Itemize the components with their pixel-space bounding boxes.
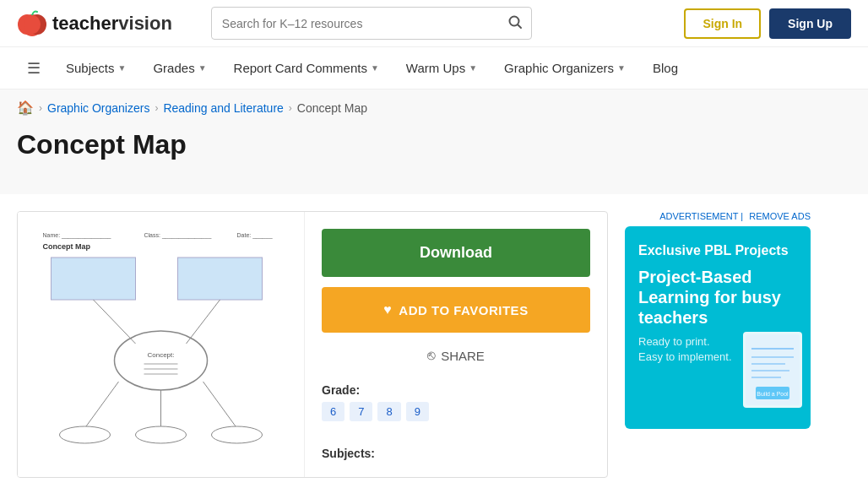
svg-text:Class: _______________: Class: _______________ bbox=[144, 232, 212, 239]
breadcrumb-reading-literature[interactable]: Reading and Literature bbox=[163, 101, 283, 115]
breadcrumb-current: Concept Map bbox=[297, 101, 367, 115]
svg-text:Name: _______________: Name: _______________ bbox=[43, 232, 111, 239]
svg-line-18 bbox=[187, 300, 220, 344]
nav-blog[interactable]: Blog bbox=[641, 47, 690, 89]
nav-warm-ups[interactable]: Warm Ups ▼ bbox=[394, 47, 489, 89]
heart-icon: ♥ bbox=[383, 302, 392, 317]
grade-badges: 6 7 8 9 bbox=[322, 402, 590, 421]
svg-rect-11 bbox=[178, 258, 263, 300]
actions-area: Download ♥ ADD TO FAVORITES ⎋ SHARE Grad… bbox=[305, 212, 607, 477]
share-icon: ⎋ bbox=[427, 348, 436, 363]
main-nav: ☰ Subjects ▼ Grades ▼ Report Card Commen… bbox=[0, 47, 868, 89]
chevron-down-icon: ▼ bbox=[118, 63, 127, 73]
search-bar bbox=[211, 7, 532, 40]
svg-point-22 bbox=[60, 426, 111, 443]
site-header: teachervision Sign In Sign Up bbox=[0, 0, 868, 47]
grade-badge-8: 8 bbox=[377, 402, 400, 421]
main-content: Name: _______________ Class: ___________… bbox=[0, 194, 868, 488]
breadcrumb-home[interactable]: 🏠 bbox=[17, 100, 34, 116]
search-icon bbox=[507, 14, 523, 30]
hamburger-menu-button[interactable]: ☰ bbox=[17, 51, 51, 86]
nav-report-card-comments[interactable]: Report Card Comments ▼ bbox=[222, 47, 391, 89]
grade-label: Grade: bbox=[322, 383, 590, 397]
svg-line-5 bbox=[518, 25, 521, 29]
home-icon: 🏠 bbox=[17, 100, 34, 115]
ad-book-decoration: Build a Pool bbox=[739, 328, 811, 420]
share-button[interactable]: ⎋ SHARE bbox=[322, 343, 590, 368]
svg-line-19 bbox=[85, 382, 119, 428]
svg-line-17 bbox=[94, 300, 136, 344]
concept-map-preview-svg: Name: _______________ Class: ___________… bbox=[31, 225, 290, 445]
svg-point-24 bbox=[212, 426, 263, 443]
signup-button[interactable]: Sign Up bbox=[769, 8, 851, 39]
svg-text:Build a Pool: Build a Pool bbox=[757, 391, 789, 397]
grade-section: Grade: 6 7 8 9 bbox=[322, 383, 590, 421]
remove-ads-link[interactable]: REMOVE ADS bbox=[749, 211, 811, 221]
subjects-section: Subjects: bbox=[322, 436, 590, 460]
ad-title: Project-Based Learning for busy teachers bbox=[638, 267, 797, 328]
grade-badge-9: 9 bbox=[406, 402, 429, 421]
chevron-down-icon: ▼ bbox=[198, 63, 207, 73]
page-title: Concept Map bbox=[17, 129, 851, 160]
svg-line-20 bbox=[203, 382, 237, 428]
svg-text:Concept:: Concept: bbox=[147, 351, 174, 359]
svg-text:Date: ______: Date: ______ bbox=[237, 232, 273, 239]
grade-badge-6: 6 bbox=[322, 402, 344, 421]
subjects-label: Subjects: bbox=[322, 447, 590, 460]
advertisement-sidebar: ADVERTISEMENT | REMOVE ADS Exclusive PBL… bbox=[625, 211, 811, 429]
search-input[interactable] bbox=[212, 10, 499, 37]
breadcrumb-separator: › bbox=[155, 102, 158, 114]
ad-label: ADVERTISEMENT | REMOVE ADS bbox=[625, 211, 811, 221]
svg-rect-10 bbox=[52, 258, 136, 300]
nav-grades[interactable]: Grades ▼ bbox=[141, 47, 218, 89]
content-card: Name: _______________ Class: ___________… bbox=[17, 211, 608, 478]
document-preview: Name: _______________ Class: ___________… bbox=[18, 212, 305, 477]
ad-eyebrow: Exclusive PBL Projects bbox=[638, 243, 797, 258]
breadcrumb-separator: › bbox=[289, 102, 292, 114]
svg-point-3 bbox=[24, 15, 41, 34]
apple-icon bbox=[17, 8, 47, 39]
add-to-favorites-button[interactable]: ♥ ADD TO FAVORITES bbox=[322, 287, 590, 333]
svg-point-12 bbox=[115, 331, 208, 390]
chevron-down-icon: ▼ bbox=[469, 63, 477, 73]
svg-point-23 bbox=[136, 426, 187, 443]
search-button[interactable] bbox=[499, 8, 531, 39]
breadcrumb-graphic-organizers[interactable]: Graphic Organizers bbox=[47, 101, 149, 115]
breadcrumb-separator: › bbox=[39, 102, 42, 114]
ad-card: Exclusive PBL Projects Project-Based Lea… bbox=[625, 226, 811, 429]
breadcrumb: 🏠 › Graphic Organizers › Reading and Lit… bbox=[17, 100, 851, 116]
header-actions: Sign In Sign Up bbox=[684, 8, 851, 39]
signin-button[interactable]: Sign In bbox=[684, 8, 761, 39]
logo-text: teachervision bbox=[52, 13, 172, 35]
chevron-down-icon: ▼ bbox=[371, 63, 379, 73]
chevron-down-icon: ▼ bbox=[617, 63, 626, 73]
grade-badge-7: 7 bbox=[350, 402, 372, 421]
download-button[interactable]: Download bbox=[322, 229, 590, 277]
svg-text:Concept Map: Concept Map bbox=[43, 242, 91, 251]
nav-graphic-organizers[interactable]: Graphic Organizers ▼ bbox=[492, 47, 637, 89]
logo[interactable]: teachervision bbox=[17, 8, 172, 39]
breadcrumb-section: 🏠 › Graphic Organizers › Reading and Lit… bbox=[0, 89, 868, 194]
nav-subjects[interactable]: Subjects ▼ bbox=[54, 47, 138, 89]
